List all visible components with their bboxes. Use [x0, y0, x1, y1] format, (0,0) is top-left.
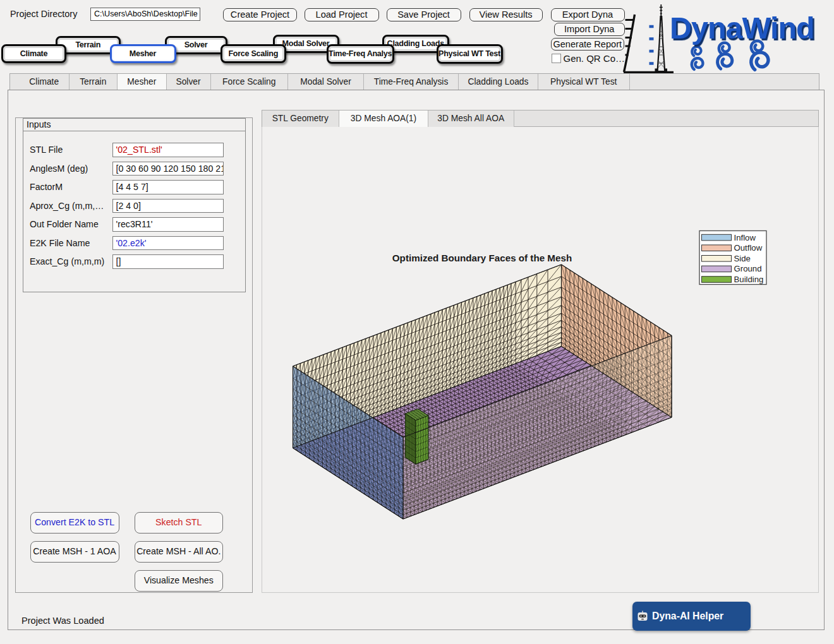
svg-text:Inflow: Inflow: [734, 233, 756, 242]
svg-text:Ground: Ground: [734, 264, 762, 273]
svg-text:Optimized Boundary Faces of th: Optimized Boundary Faces of the Mesh: [392, 253, 572, 263]
svg-text:Outflow: Outflow: [734, 243, 763, 253]
svg-text:Building: Building: [734, 275, 764, 284]
svg-text:Side: Side: [734, 254, 751, 263]
